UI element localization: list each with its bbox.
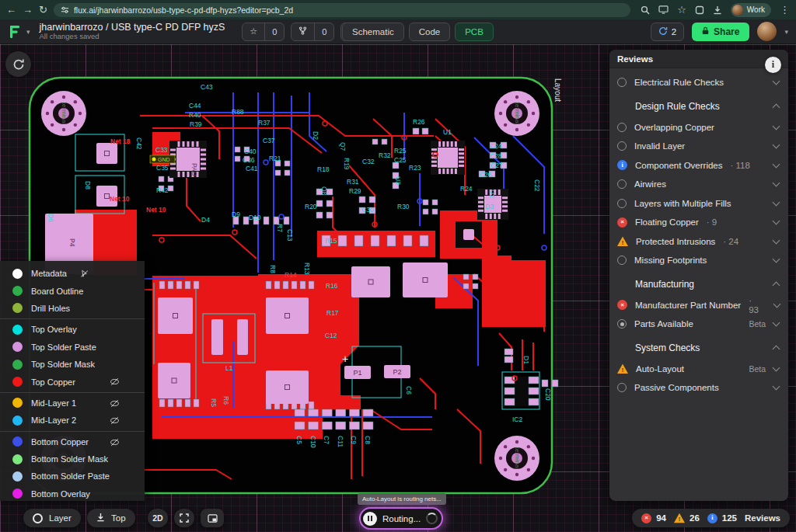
component-pad[interactable] <box>266 370 309 404</box>
component-pad[interactable] <box>413 128 419 134</box>
review-row-floating-copper[interactable]: ×Floating Copper· 9 <box>609 213 788 232</box>
component-pad[interactable] <box>432 200 438 205</box>
component-pad[interactable] <box>284 217 289 224</box>
review-row-passive-components[interactable]: Passive Components <box>609 378 788 398</box>
component-pad[interactable] <box>185 399 190 407</box>
component-pad[interactable] <box>529 377 539 384</box>
component-pad[interactable] <box>237 319 248 355</box>
component-pad[interactable] <box>274 281 280 289</box>
component-pad[interactable] <box>194 281 199 289</box>
capacitor-pad[interactable] <box>336 422 346 429</box>
zoom-icon[interactable] <box>641 5 650 15</box>
component-pad[interactable] <box>235 156 240 162</box>
info-button[interactable]: i <box>765 57 781 73</box>
layer-selector-button[interactable]: Layer <box>23 509 81 527</box>
capacitor-pad[interactable] <box>363 409 373 416</box>
component-pad[interactable] <box>369 196 375 203</box>
layer-row-top-overlay[interactable]: Top Overlay <box>0 321 145 338</box>
component-pad[interactable] <box>316 200 323 207</box>
layer-row-drill-holes[interactable]: Drill Holes <box>0 300 145 317</box>
review-row-manufacturer-part-number[interactable]: ×Manufacturer Part Number· 93 <box>609 296 788 315</box>
copper-pour[interactable] <box>499 260 546 327</box>
review-row-auto-layout[interactable]: !Auto-LayoutBeta <box>609 360 788 379</box>
download-icon[interactable] <box>713 5 722 15</box>
browser-profile-chip[interactable]: Work <box>731 3 771 17</box>
capacitor-pad[interactable] <box>309 409 319 416</box>
component-pad[interactable] <box>158 363 190 398</box>
layer-row-bottom-solder-mask[interactable]: Bottom Solder Mask <box>0 450 145 468</box>
rotate-view-button[interactable] <box>5 51 31 77</box>
component-pad[interactable] <box>316 212 323 218</box>
layer-row-board-outline[interactable]: Board Outline <box>0 282 145 299</box>
review-section-system-checks[interactable]: System Checks <box>609 337 788 360</box>
component-pad[interactable] <box>504 356 513 363</box>
component-pad[interactable] <box>351 266 390 297</box>
component-pad[interactable] <box>158 297 193 334</box>
capacitor-pad[interactable] <box>309 422 319 429</box>
capacitor-pad[interactable] <box>363 422 373 429</box>
mounting-terminal[interactable]: terminal <box>494 436 539 481</box>
component-pad[interactable] <box>354 235 363 246</box>
component-pad[interactable] <box>463 229 474 240</box>
forward-icon[interactable]: → <box>23 5 33 15</box>
review-row-protected-intrusions[interactable]: !Protected Intrusions· 24 <box>609 232 788 252</box>
mounting-terminal[interactable]: terminal <box>41 91 86 136</box>
capacitor-pad[interactable] <box>322 409 332 416</box>
review-row-airwires[interactable]: Airwires <box>609 175 788 194</box>
component-pad[interactable] <box>372 139 378 144</box>
review-row-electrical-rule-checks[interactable]: Electrical Rule Checks <box>609 73 788 92</box>
component-pad[interactable] <box>504 349 513 355</box>
flux-logo[interactable]: ▾ <box>8 24 30 40</box>
component-pad[interactable] <box>359 196 365 203</box>
tab-pcb[interactable]: PCB <box>455 23 494 41</box>
component-pad[interactable] <box>292 281 297 289</box>
capacitor-pad[interactable] <box>295 422 305 429</box>
component-pad[interactable] <box>403 263 448 297</box>
component-pad[interactable] <box>264 217 269 224</box>
ic-center-pad[interactable] <box>438 148 458 168</box>
review-section-design-rule-checks[interactable]: Design Rule Checks <box>609 96 788 118</box>
layer-row-mid-layer-2[interactable]: Mid-Layer 2 <box>0 412 145 429</box>
layer-row-bottom-overlay[interactable]: Bottom Overlay <box>0 485 145 502</box>
minimap-button[interactable] <box>201 509 224 527</box>
capacitor-pad[interactable] <box>349 409 359 416</box>
component-pad[interactable] <box>159 399 165 407</box>
component-pad[interactable] <box>473 283 478 289</box>
component-pad[interactable] <box>371 235 379 246</box>
layer-row-metadata[interactable]: Metadata <box>0 265 145 282</box>
layer-row-bottom-solder-paste[interactable]: Bottom Solder Paste <box>0 468 145 485</box>
component-pad[interactable] <box>243 217 249 224</box>
site-settings-icon[interactable] <box>61 3 69 17</box>
component-pad[interactable] <box>96 143 117 164</box>
routing-status-chip[interactable]: Routing... <box>359 507 443 530</box>
component-pad[interactable] <box>473 274 478 280</box>
component-pad[interactable] <box>176 399 182 407</box>
component-pad[interactable] <box>309 281 314 289</box>
reviews-summary-pill[interactable]: × 94 ! 26 i 125 Reviews <box>632 509 790 527</box>
component-pad[interactable] <box>382 139 387 144</box>
tab-code[interactable]: Code <box>409 23 451 41</box>
component-pad[interactable] <box>275 170 281 176</box>
review-row-layers-with-multiple-fills[interactable]: Layers with Multiple Fills <box>609 194 788 214</box>
visibility-off-icon[interactable] <box>110 376 120 390</box>
cast-icon[interactable] <box>658 5 669 14</box>
component-pad[interactable] <box>211 319 223 355</box>
review-row-invalid-layer[interactable]: Invalid Layer <box>609 137 788 156</box>
reload-icon[interactable]: ↻ <box>39 5 47 15</box>
component-pad[interactable] <box>266 281 271 289</box>
component-pad[interactable] <box>309 402 314 409</box>
component-pad[interactable] <box>542 380 548 387</box>
capacitor-pad[interactable] <box>322 422 332 429</box>
review-row-parts-available[interactable]: Parts AvailableBeta <box>609 315 788 334</box>
layer-row-top-solder-mask[interactable]: Top Solder Mask <box>0 356 145 373</box>
review-row-component-overrides[interactable]: iComponent Overrides· 118 <box>609 156 788 176</box>
component-pad[interactable] <box>463 274 469 280</box>
sync-button[interactable]: 2 <box>651 23 684 41</box>
share-button[interactable]: Share <box>692 23 749 41</box>
star-button[interactable]: ☆ 0 <box>242 23 285 41</box>
extensions-icon[interactable] <box>695 5 704 15</box>
board-side-button[interactable]: Top <box>87 509 135 527</box>
component-pad[interactable] <box>168 399 173 407</box>
component-pad[interactable] <box>423 209 428 214</box>
component-pad[interactable] <box>300 281 305 289</box>
